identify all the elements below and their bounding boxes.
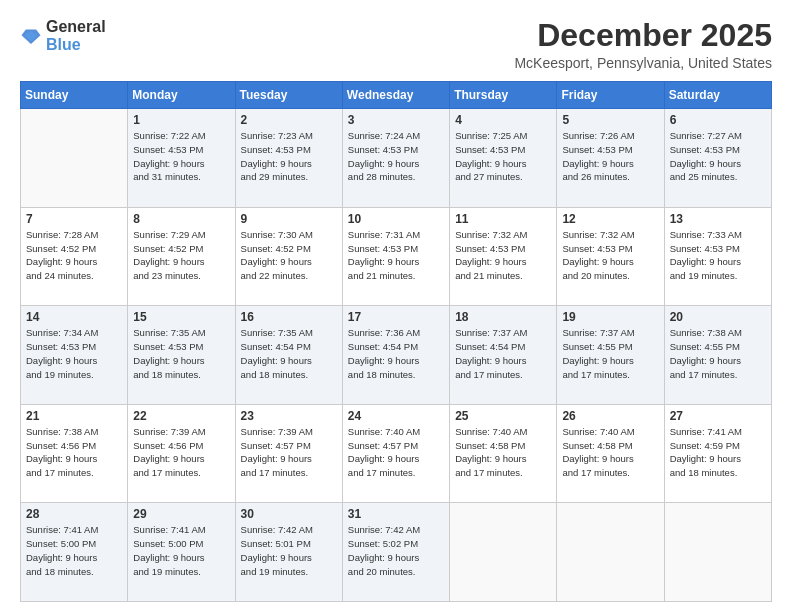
day-info: Sunrise: 7:32 AMSunset: 4:53 PMDaylight:… bbox=[562, 228, 658, 283]
day-number: 3 bbox=[348, 113, 444, 127]
month-title: December 2025 bbox=[514, 18, 772, 53]
day-number: 14 bbox=[26, 310, 122, 324]
col-saturday: Saturday bbox=[664, 82, 771, 109]
calendar-cell: 28Sunrise: 7:41 AMSunset: 5:00 PMDayligh… bbox=[21, 503, 128, 602]
calendar-cell: 9Sunrise: 7:30 AMSunset: 4:52 PMDaylight… bbox=[235, 207, 342, 306]
day-number: 31 bbox=[348, 507, 444, 521]
day-info: Sunrise: 7:38 AMSunset: 4:56 PMDaylight:… bbox=[26, 425, 122, 480]
day-number: 5 bbox=[562, 113, 658, 127]
calendar-cell: 2Sunrise: 7:23 AMSunset: 4:53 PMDaylight… bbox=[235, 109, 342, 208]
day-info: Sunrise: 7:40 AMSunset: 4:58 PMDaylight:… bbox=[562, 425, 658, 480]
day-info: Sunrise: 7:35 AMSunset: 4:54 PMDaylight:… bbox=[241, 326, 337, 381]
calendar-cell: 16Sunrise: 7:35 AMSunset: 4:54 PMDayligh… bbox=[235, 306, 342, 405]
day-number: 27 bbox=[670, 409, 766, 423]
day-info: Sunrise: 7:40 AMSunset: 4:57 PMDaylight:… bbox=[348, 425, 444, 480]
calendar-cell: 15Sunrise: 7:35 AMSunset: 4:53 PMDayligh… bbox=[128, 306, 235, 405]
day-info: Sunrise: 7:39 AMSunset: 4:56 PMDaylight:… bbox=[133, 425, 229, 480]
day-info: Sunrise: 7:25 AMSunset: 4:53 PMDaylight:… bbox=[455, 129, 551, 184]
calendar-cell: 26Sunrise: 7:40 AMSunset: 4:58 PMDayligh… bbox=[557, 404, 664, 503]
empty-cell bbox=[450, 503, 557, 602]
page: General Blue December 2025 McKeesport, P… bbox=[0, 0, 792, 612]
day-info: Sunrise: 7:42 AMSunset: 5:02 PMDaylight:… bbox=[348, 523, 444, 578]
day-number: 13 bbox=[670, 212, 766, 226]
day-number: 16 bbox=[241, 310, 337, 324]
col-tuesday: Tuesday bbox=[235, 82, 342, 109]
location-title: McKeesport, Pennsylvania, United States bbox=[514, 55, 772, 71]
day-number: 12 bbox=[562, 212, 658, 226]
day-number: 26 bbox=[562, 409, 658, 423]
calendar-cell: 17Sunrise: 7:36 AMSunset: 4:54 PMDayligh… bbox=[342, 306, 449, 405]
day-number: 1 bbox=[133, 113, 229, 127]
day-number: 28 bbox=[26, 507, 122, 521]
logo-text: General Blue bbox=[46, 18, 106, 54]
calendar-cell: 25Sunrise: 7:40 AMSunset: 4:58 PMDayligh… bbox=[450, 404, 557, 503]
day-number: 15 bbox=[133, 310, 229, 324]
day-info: Sunrise: 7:40 AMSunset: 4:58 PMDaylight:… bbox=[455, 425, 551, 480]
logo: General Blue bbox=[20, 18, 106, 54]
day-info: Sunrise: 7:22 AMSunset: 4:53 PMDaylight:… bbox=[133, 129, 229, 184]
empty-cell bbox=[664, 503, 771, 602]
day-number: 9 bbox=[241, 212, 337, 226]
day-number: 4 bbox=[455, 113, 551, 127]
day-number: 19 bbox=[562, 310, 658, 324]
day-info: Sunrise: 7:27 AMSunset: 4:53 PMDaylight:… bbox=[670, 129, 766, 184]
day-number: 17 bbox=[348, 310, 444, 324]
calendar-cell: 5Sunrise: 7:26 AMSunset: 4:53 PMDaylight… bbox=[557, 109, 664, 208]
day-info: Sunrise: 7:26 AMSunset: 4:53 PMDaylight:… bbox=[562, 129, 658, 184]
day-info: Sunrise: 7:34 AMSunset: 4:53 PMDaylight:… bbox=[26, 326, 122, 381]
day-info: Sunrise: 7:31 AMSunset: 4:53 PMDaylight:… bbox=[348, 228, 444, 283]
day-number: 22 bbox=[133, 409, 229, 423]
day-number: 2 bbox=[241, 113, 337, 127]
header: General Blue December 2025 McKeesport, P… bbox=[20, 18, 772, 71]
day-number: 10 bbox=[348, 212, 444, 226]
calendar-cell: 3Sunrise: 7:24 AMSunset: 4:53 PMDaylight… bbox=[342, 109, 449, 208]
col-friday: Friday bbox=[557, 82, 664, 109]
calendar-cell: 27Sunrise: 7:41 AMSunset: 4:59 PMDayligh… bbox=[664, 404, 771, 503]
empty-cell bbox=[557, 503, 664, 602]
day-number: 20 bbox=[670, 310, 766, 324]
day-number: 24 bbox=[348, 409, 444, 423]
col-wednesday: Wednesday bbox=[342, 82, 449, 109]
calendar-cell: 13Sunrise: 7:33 AMSunset: 4:53 PMDayligh… bbox=[664, 207, 771, 306]
calendar-cell: 18Sunrise: 7:37 AMSunset: 4:54 PMDayligh… bbox=[450, 306, 557, 405]
day-info: Sunrise: 7:29 AMSunset: 4:52 PMDaylight:… bbox=[133, 228, 229, 283]
day-info: Sunrise: 7:24 AMSunset: 4:53 PMDaylight:… bbox=[348, 129, 444, 184]
calendar-header-row: Sunday Monday Tuesday Wednesday Thursday… bbox=[21, 82, 772, 109]
day-info: Sunrise: 7:30 AMSunset: 4:52 PMDaylight:… bbox=[241, 228, 337, 283]
calendar-cell: 19Sunrise: 7:37 AMSunset: 4:55 PMDayligh… bbox=[557, 306, 664, 405]
calendar-cell: 10Sunrise: 7:31 AMSunset: 4:53 PMDayligh… bbox=[342, 207, 449, 306]
calendar-cell: 22Sunrise: 7:39 AMSunset: 4:56 PMDayligh… bbox=[128, 404, 235, 503]
day-number: 8 bbox=[133, 212, 229, 226]
day-info: Sunrise: 7:23 AMSunset: 4:53 PMDaylight:… bbox=[241, 129, 337, 184]
day-info: Sunrise: 7:38 AMSunset: 4:55 PMDaylight:… bbox=[670, 326, 766, 381]
day-info: Sunrise: 7:41 AMSunset: 5:00 PMDaylight:… bbox=[26, 523, 122, 578]
day-info: Sunrise: 7:33 AMSunset: 4:53 PMDaylight:… bbox=[670, 228, 766, 283]
col-monday: Monday bbox=[128, 82, 235, 109]
calendar-week-row: 28Sunrise: 7:41 AMSunset: 5:00 PMDayligh… bbox=[21, 503, 772, 602]
calendar-cell: 14Sunrise: 7:34 AMSunset: 4:53 PMDayligh… bbox=[21, 306, 128, 405]
day-info: Sunrise: 7:35 AMSunset: 4:53 PMDaylight:… bbox=[133, 326, 229, 381]
calendar-cell: 23Sunrise: 7:39 AMSunset: 4:57 PMDayligh… bbox=[235, 404, 342, 503]
calendar-cell: 1Sunrise: 7:22 AMSunset: 4:53 PMDaylight… bbox=[128, 109, 235, 208]
calendar-table: Sunday Monday Tuesday Wednesday Thursday… bbox=[20, 81, 772, 602]
calendar-cell: 7Sunrise: 7:28 AMSunset: 4:52 PMDaylight… bbox=[21, 207, 128, 306]
calendar-week-row: 14Sunrise: 7:34 AMSunset: 4:53 PMDayligh… bbox=[21, 306, 772, 405]
day-info: Sunrise: 7:42 AMSunset: 5:01 PMDaylight:… bbox=[241, 523, 337, 578]
calendar-week-row: 1Sunrise: 7:22 AMSunset: 4:53 PMDaylight… bbox=[21, 109, 772, 208]
day-info: Sunrise: 7:39 AMSunset: 4:57 PMDaylight:… bbox=[241, 425, 337, 480]
calendar-week-row: 7Sunrise: 7:28 AMSunset: 4:52 PMDaylight… bbox=[21, 207, 772, 306]
day-number: 21 bbox=[26, 409, 122, 423]
calendar-cell: 8Sunrise: 7:29 AMSunset: 4:52 PMDaylight… bbox=[128, 207, 235, 306]
day-number: 23 bbox=[241, 409, 337, 423]
col-sunday: Sunday bbox=[21, 82, 128, 109]
day-info: Sunrise: 7:36 AMSunset: 4:54 PMDaylight:… bbox=[348, 326, 444, 381]
calendar-cell: 24Sunrise: 7:40 AMSunset: 4:57 PMDayligh… bbox=[342, 404, 449, 503]
day-number: 11 bbox=[455, 212, 551, 226]
logo-general: General bbox=[46, 18, 106, 35]
day-number: 18 bbox=[455, 310, 551, 324]
col-thursday: Thursday bbox=[450, 82, 557, 109]
empty-cell bbox=[21, 109, 128, 208]
calendar-cell: 12Sunrise: 7:32 AMSunset: 4:53 PMDayligh… bbox=[557, 207, 664, 306]
calendar-cell: 30Sunrise: 7:42 AMSunset: 5:01 PMDayligh… bbox=[235, 503, 342, 602]
calendar-cell: 4Sunrise: 7:25 AMSunset: 4:53 PMDaylight… bbox=[450, 109, 557, 208]
